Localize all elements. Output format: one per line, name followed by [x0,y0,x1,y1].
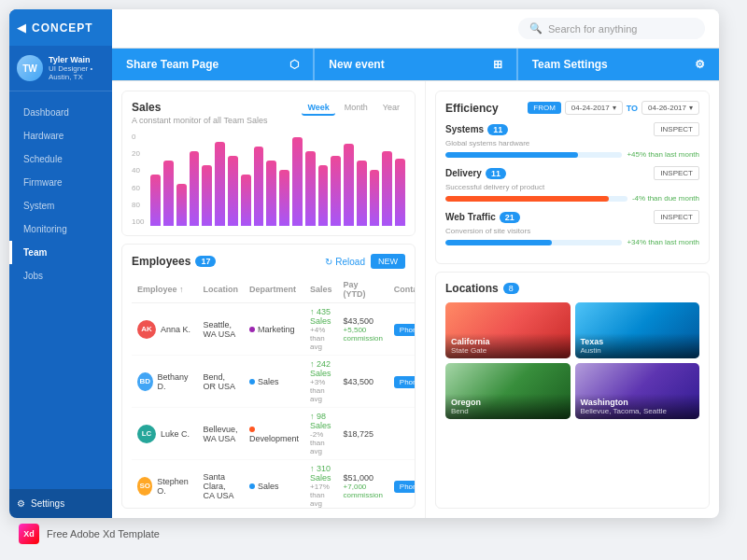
bar-13 [318,165,329,226]
inspect-button[interactable]: INSPECT [654,166,699,180]
location-card-2[interactable]: Oregon Bend [445,363,571,419]
col-sales: Sales [304,276,338,303]
right-panel: Efficiency FROM 04-24-2017 ▾ TO 04-26-20… [425,81,719,518]
settings-label: Settings [31,498,64,509]
employee-pay: $43,500 [338,356,388,408]
employee-sales: ↑ 435 Sales +4% than avg [304,303,338,356]
sidebar-nav: Dashboard Hardware Schedule Firmware Sys… [9,91,112,489]
reload-button[interactable]: ↻ Reload [325,257,365,267]
sidebar-item-schedule[interactable]: Schedule [9,147,112,171]
eff-desc: Conversion of site visitors [445,227,699,235]
employees-title: Employees 17 [132,255,216,268]
logo-text: CONCEPT [32,21,93,35]
new-event-button[interactable]: New event ⊞ [315,49,517,80]
bar-7 [241,175,251,226]
to-date[interactable]: 04-26-2017 ▾ [641,101,699,115]
bar-19 [395,159,405,226]
employee-name: Luke C. [161,429,190,439]
profile-info: Tyler Wain UI Designer • Austin, TX [49,55,105,81]
team-settings-icon: ⚙ [695,58,705,71]
avatar: TW [17,55,43,81]
progress-bar [445,240,622,245]
employee-dept: Sales [244,356,304,408]
employee-dept: Development [244,408,304,460]
topbar: 🔍 Search for anything [112,9,719,49]
bar-16 [357,161,367,226]
chart-header: Sales A constant monitor of all Team Sal… [132,101,405,125]
locations-count-badge: 8 [503,283,519,294]
efficiency-row-1: Delivery 11 INSPECT Successful delivery … [445,166,699,203]
chart-tabs: Week Month Year [302,101,405,116]
eff-stat: +45% than last month [627,150,699,159]
table-row: BD Bethany D. Bend, OR USA Sales ↑ 242 S… [132,356,416,408]
sidebar-settings-button[interactable]: ⚙ Settings [9,489,112,518]
inspect-button[interactable]: INSPECT [654,122,699,136]
eff-count-badge: 11 [486,168,506,179]
efficiency-section: Efficiency FROM 04-24-2017 ▾ TO 04-26-20… [435,91,710,264]
from-date[interactable]: 04-24-2017 ▾ [565,101,623,115]
location-name: Oregon [451,398,565,407]
sidebar-item-team[interactable]: Team [9,241,112,264]
search-bar[interactable]: 🔍 Search for anything [518,18,705,39]
bar-11 [292,137,303,226]
xd-icon: Xd [19,524,39,544]
chart-y-labels: 100 80 60 40 20 0 [132,133,144,226]
sidebar-item-jobs[interactable]: Jobs [9,264,112,287]
bar-1 [163,161,174,226]
employee-name: Anna K. [161,325,190,334]
left-panel: Sales A constant monitor of all Team Sal… [112,81,425,518]
location-sub: Austin [581,346,695,355]
col-employee: Employee ↑ [132,276,198,303]
phone-button[interactable]: Phone [394,481,416,493]
bar-3 [190,151,200,226]
eff-name: Web Traffic 21 [445,212,520,223]
location-card-0[interactable]: California State Gate [445,302,571,358]
chevron-down-icon-2: ▾ [689,104,693,112]
col-contact: Contact [388,276,416,303]
bar-8 [254,147,264,226]
col-pay: Pay (YTD) [338,276,388,303]
eff-stat: -4% than due month [632,194,699,203]
sidebar-logo[interactable]: ◀ CONCEPT [9,9,112,46]
share-team-page-button[interactable]: Share Team Page ⬡ [112,49,315,80]
team-settings-button[interactable]: Team Settings ⚙ [518,49,719,80]
employee-avatar: AK [137,320,156,339]
app-card: ◀ CONCEPT TW Tyler Wain UI Designer • Au… [9,9,719,518]
inspect-button[interactable]: INSPECT [654,210,699,224]
bar-2 [176,184,187,226]
progress-bar: 45% [445,152,622,158]
content-area: Sales A constant monitor of all Team Sal… [112,81,719,518]
efficiency-title: Efficiency [445,102,499,115]
new-employee-button[interactable]: NEW [371,254,405,269]
eff-count-badge: 11 [487,124,508,135]
employee-avatar: LC [137,425,156,443]
chart-subtitle: A constant monitor of all Team Sales [132,116,267,125]
sidebar: ◀ CONCEPT TW Tyler Wain UI Designer • Au… [9,9,112,518]
efficiency-row-2: Web Traffic 21 INSPECT Conversion of sit… [445,210,699,246]
employee-pay: $43,500 +5,500 commission [338,303,388,356]
phone-button[interactable]: Phone [394,376,416,388]
to-label: TO [627,104,638,113]
sidebar-item-monitoring[interactable]: Monitoring [9,217,112,241]
location-card-1[interactable]: Texas Austin [575,302,700,358]
event-icon: ⊞ [493,58,502,71]
sidebar-item-firmware[interactable]: Firmware [9,171,112,194]
share-label: Share Team Page [126,58,218,71]
table-row: SO Stephen O. Santa Clara, CA USA Sales … [132,460,416,510]
tab-week[interactable]: Week [302,101,334,116]
employee-sales: ↑ 310 Sales +17% than avg [304,460,338,510]
sidebar-item-dashboard[interactable]: Dashboard [9,101,112,124]
location-card-3[interactable]: Washington Bellevue, Tacoma, Seattle [575,363,700,419]
eff-name: Systems 11 [445,124,508,135]
tab-month[interactable]: Month [339,101,374,116]
sidebar-item-hardware[interactable]: Hardware [9,124,112,147]
location-overlay: Washington Bellevue, Tacoma, Seattle [575,394,700,419]
tab-year[interactable]: Year [377,101,405,116]
phone-button[interactable]: Phone [394,324,416,336]
locations-header: Locations 8 [445,282,699,295]
employees-section: Employees 17 ↻ Reload NEW [121,244,416,509]
employee-pay: $18,725 [338,408,388,460]
bar-6 [228,156,238,226]
sidebar-item-system[interactable]: System [9,194,112,217]
employee-contact: Phone [388,303,416,356]
